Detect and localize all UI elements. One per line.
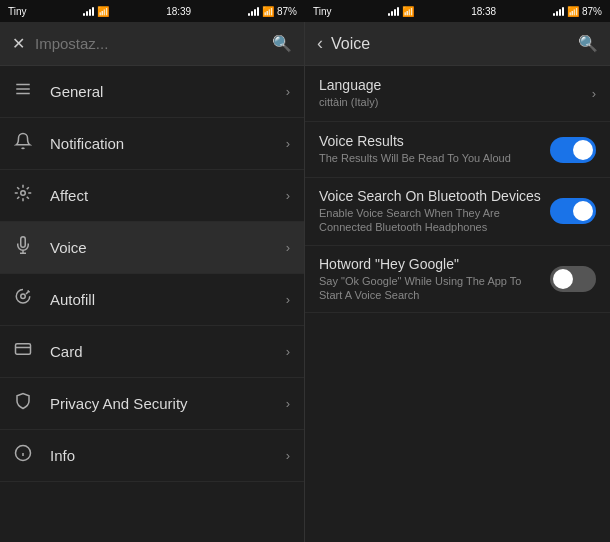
info-icon (14, 444, 42, 467)
search-icon[interactable]: 🔍 (272, 34, 292, 53)
menu-item-voice[interactable]: Voice › (0, 222, 304, 274)
toggle-voice_results[interactable] (550, 137, 596, 163)
setting-title-voice_bluetooth: Voice Search On Bluetooth Devices (319, 188, 542, 204)
setting-content-voice_results: Voice Results The Results Will Be Read T… (319, 133, 542, 165)
signal3-icon (388, 6, 399, 16)
affect-icon (14, 184, 42, 207)
signal-icon (83, 6, 94, 16)
menu-item-general[interactable]: General › (0, 66, 304, 118)
wifi-icon: 📶 (97, 6, 109, 17)
menu-label-privacy: Privacy And Security (50, 395, 286, 412)
chevron-privacy-icon: › (286, 396, 290, 411)
general-icon (14, 80, 42, 103)
menu-label-voice: Voice (50, 239, 286, 256)
voice-icon (14, 236, 42, 259)
wifi3-icon: 📶 (402, 6, 414, 17)
left-battery-icons: 📶 87% (248, 6, 297, 17)
setting-content-voice_bluetooth: Voice Search On Bluetooth Devices Enable… (319, 188, 542, 235)
menu-item-autofill[interactable]: Autofill › (0, 274, 304, 326)
menu-item-affect[interactable]: Affect › (0, 170, 304, 222)
menu-label-notification: Notification (50, 135, 286, 152)
menu-label-info: Info (50, 447, 286, 464)
close-icon[interactable]: ✕ (12, 34, 25, 53)
left-time: 18:39 (166, 6, 191, 17)
menu-item-card[interactable]: Card › (0, 326, 304, 378)
menu-label-card: Card (50, 343, 286, 360)
right-search-icon[interactable]: 🔍 (578, 34, 598, 53)
setting-item-hotword[interactable]: Hotword "Hey Google" Say "Ok Google" Whi… (305, 246, 610, 314)
setting-content-language: Language cittàin (Italy) (319, 77, 584, 109)
left-panel: ✕ 🔍 General › Notification › Affect › Vo… (0, 0, 305, 542)
menu-item-privacy[interactable]: Privacy And Security › (0, 378, 304, 430)
chevron-voice-icon: › (286, 240, 290, 255)
menu-item-notification[interactable]: Notification › (0, 118, 304, 170)
menu-list: General › Notification › Affect › Voice … (0, 66, 304, 542)
right-panel-title: Voice (331, 35, 570, 53)
left-carrier: Tiny (8, 6, 27, 17)
signal2-icon (248, 6, 259, 16)
notification-icon (14, 132, 42, 155)
setting-subtitle-voice_results: The Results Will Be Read To You Aloud (319, 151, 542, 165)
svg-point-3 (21, 191, 26, 196)
search-input[interactable] (35, 35, 262, 52)
chevron-card-icon: › (286, 344, 290, 359)
setting-item-voice_bluetooth[interactable]: Voice Search On Bluetooth Devices Enable… (305, 178, 610, 246)
menu-label-general: General (50, 83, 286, 100)
right-status-icons: 📶 (388, 6, 414, 17)
setting-title-voice_results: Voice Results (319, 133, 542, 149)
chevron-affect-icon: › (286, 188, 290, 203)
back-icon[interactable]: ‹ (317, 33, 323, 54)
left-status-bar: Tiny 📶 18:39 📶 87% (0, 0, 305, 22)
right-battery: 87% (582, 6, 602, 17)
wifi4-icon: 📶 (567, 6, 579, 17)
left-battery: 87% (277, 6, 297, 17)
right-carrier: Tiny (313, 6, 332, 17)
setting-title-hotword: Hotword "Hey Google" (319, 256, 542, 272)
setting-item-voice_results[interactable]: Voice Results The Results Will Be Read T… (305, 122, 610, 178)
autofill-icon (14, 288, 42, 311)
left-status-icons: 📶 (83, 6, 109, 17)
signal4-icon (553, 6, 564, 16)
setting-item-language[interactable]: Language cittàin (Italy) › (305, 66, 610, 122)
setting-title-language: Language (319, 77, 584, 93)
chevron-notification-icon: › (286, 136, 290, 151)
chevron-info-icon: › (286, 448, 290, 463)
svg-point-6 (21, 294, 26, 299)
right-status-bar: Tiny 📶 18:38 📶 87% (305, 0, 610, 22)
chevron-autofill-icon: › (286, 292, 290, 307)
toggle-voice_bluetooth[interactable] (550, 198, 596, 224)
right-time: 18:38 (471, 6, 496, 17)
right-panel: ‹ Voice 🔍 Language cittàin (Italy) › Voi… (305, 0, 610, 542)
setting-subtitle-language: cittàin (Italy) (319, 95, 584, 109)
menu-item-info[interactable]: Info › (0, 430, 304, 482)
svg-rect-7 (16, 344, 31, 355)
right-header: ‹ Voice 🔍 (305, 22, 610, 66)
menu-label-affect: Affect (50, 187, 286, 204)
setting-subtitle-voice_bluetooth: Enable Voice Search When They Are Connec… (319, 206, 542, 235)
setting-subtitle-hotword: Say "Ok Google" While Using The App To S… (319, 274, 542, 303)
setting-content-hotword: Hotword "Hey Google" Say "Ok Google" Whi… (319, 256, 542, 303)
card-icon (14, 340, 42, 363)
toggle-hotword[interactable] (550, 266, 596, 292)
settings-list: Language cittàin (Italy) › Voice Results… (305, 66, 610, 542)
chevron-language-icon: › (592, 86, 596, 101)
privacy-icon (14, 392, 42, 415)
chevron-general-icon: › (286, 84, 290, 99)
search-bar[interactable]: ✕ 🔍 (0, 22, 304, 66)
wifi2-icon: 📶 (262, 6, 274, 17)
right-battery-icons: 📶 87% (553, 6, 602, 17)
menu-label-autofill: Autofill (50, 291, 286, 308)
